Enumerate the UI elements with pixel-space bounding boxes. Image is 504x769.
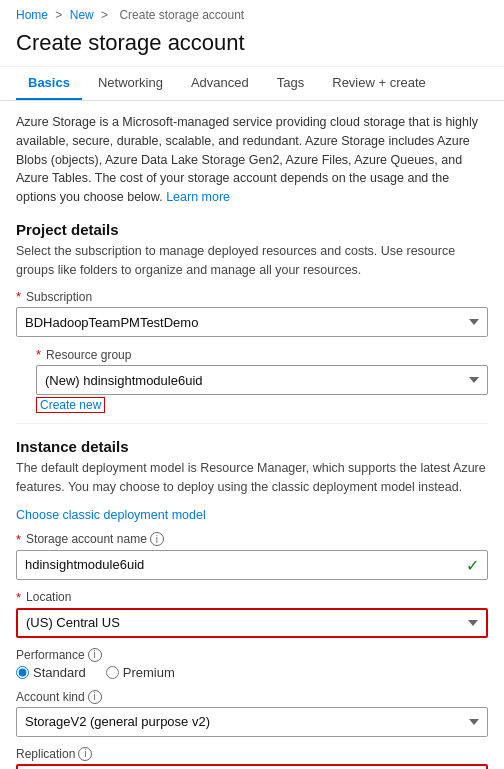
storage-name-required-marker: * [16, 532, 21, 547]
location-select[interactable]: (US) Central US [16, 608, 488, 638]
valid-checkmark-icon: ✓ [466, 555, 479, 574]
create-new-link[interactable]: Create new [36, 397, 105, 413]
performance-standard-radio[interactable]: Standard [16, 665, 86, 680]
performance-field: Performance i Standard Premium [16, 648, 488, 680]
storage-name-label: Storage account name [26, 532, 147, 546]
intro-description: Azure Storage is a Microsoft-managed ser… [16, 113, 488, 207]
account-kind-label: Account kind [16, 690, 85, 704]
location-required-marker: * [16, 590, 21, 605]
account-kind-input-wrapper: StorageV2 (general purpose v2) [16, 707, 488, 737]
resource-group-field: * Resource group (New) hdinsightmodule6u… [36, 347, 488, 413]
subscription-required-marker: * [16, 289, 21, 304]
project-section-title: Project details [16, 221, 488, 238]
learn-more-link[interactable]: Learn more [166, 190, 230, 204]
location-input-wrapper: (US) Central US [16, 608, 488, 638]
performance-standard-label: Standard [33, 665, 86, 680]
performance-info-icon[interactable]: i [88, 648, 102, 662]
instance-section-title: Instance details [16, 438, 488, 455]
tab-review-create[interactable]: Review + create [320, 67, 438, 100]
tab-tags[interactable]: Tags [265, 67, 316, 100]
account-kind-info-icon[interactable]: i [88, 690, 102, 704]
storage-account-name-field: * Storage account name i hdinsightmodule… [16, 532, 488, 580]
tab-basics[interactable]: Basics [16, 67, 82, 100]
project-details-section: Project details Select the subscription … [16, 221, 488, 414]
breadcrumb-home[interactable]: Home [16, 8, 48, 22]
replication-label: Replication [16, 747, 75, 761]
location-field: * Location (US) Central US [16, 590, 488, 638]
performance-premium-label: Premium [123, 665, 175, 680]
replication-info-icon[interactable]: i [78, 747, 92, 761]
classic-deployment-link[interactable]: Choose classic deployment model [16, 508, 206, 522]
replication-select[interactable]: Locally-redundant storage (LRS) [16, 764, 488, 769]
replication-field: Replication i Locally-redundant storage … [16, 747, 488, 769]
subscription-input-wrapper: BDHadoopTeamPMTestDemo [16, 307, 488, 337]
breadcrumb-new[interactable]: New [70, 8, 94, 22]
section-divider [16, 423, 488, 424]
breadcrumb: Home > New > Create storage account [0, 0, 504, 26]
subscription-label: Subscription [26, 290, 92, 304]
instance-details-section: Instance details The default deployment … [16, 438, 488, 769]
breadcrumb-current: Create storage account [119, 8, 244, 22]
resource-group-label: Resource group [46, 348, 131, 362]
storage-name-info-icon[interactable]: i [150, 532, 164, 546]
storage-name-display: hdinsightmodule6uid ✓ [16, 550, 488, 580]
breadcrumb-sep1: > [55, 8, 62, 22]
instance-section-desc: The default deployment model is Resource… [16, 459, 488, 497]
subscription-select[interactable]: BDHadoopTeamPMTestDemo [16, 307, 488, 337]
tab-networking[interactable]: Networking [86, 67, 175, 100]
account-kind-field: Account kind i StorageV2 (general purpos… [16, 690, 488, 737]
tabs-container: Basics Networking Advanced Tags Review +… [0, 67, 504, 101]
project-section-desc: Select the subscription to manage deploy… [16, 242, 488, 280]
tab-advanced[interactable]: Advanced [179, 67, 261, 100]
performance-premium-radio[interactable]: Premium [106, 665, 175, 680]
subscription-field: * Subscription BDHadoopTeamPMTestDemo [16, 289, 488, 337]
resource-group-select[interactable]: (New) hdinsightmodule6uid [36, 365, 488, 395]
storage-name-value: hdinsightmodule6uid [25, 557, 144, 572]
performance-radio-group: Standard Premium [16, 665, 488, 680]
performance-label: Performance [16, 648, 85, 662]
resource-group-input-wrapper: (New) hdinsightmodule6uid [36, 365, 488, 395]
location-label: Location [26, 590, 71, 604]
breadcrumb-sep2: > [101, 8, 108, 22]
page-title: Create storage account [0, 26, 504, 67]
account-kind-select[interactable]: StorageV2 (general purpose v2) [16, 707, 488, 737]
storage-name-input-wrapper: hdinsightmodule6uid ✓ [16, 550, 488, 580]
resource-group-required-marker: * [36, 347, 41, 362]
replication-input-wrapper: Locally-redundant storage (LRS) [16, 764, 488, 769]
